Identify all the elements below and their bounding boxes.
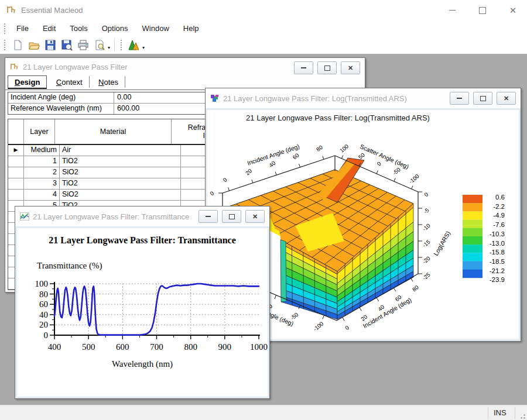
ins-indicator: INS xyxy=(494,408,507,417)
toolbar-grip-2[interactable] xyxy=(120,39,122,51)
cell-layer[interactable]: Medium xyxy=(24,145,60,156)
y-tick-label: 100 xyxy=(35,279,49,288)
tick-label: -10 xyxy=(421,222,432,232)
restore-icon xyxy=(480,96,486,101)
tick-label: -20 xyxy=(421,255,432,265)
close-button[interactable]: ✕ xyxy=(501,1,525,20)
close-icon: ✕ xyxy=(509,6,517,15)
trans-close-button[interactable]: ✕ xyxy=(245,210,265,223)
minimize-button[interactable] xyxy=(440,1,464,20)
cell-material[interactable]: TiO2 xyxy=(60,178,181,190)
open-icon[interactable] xyxy=(26,38,42,52)
tick-label: 80 xyxy=(411,284,420,292)
legend-band xyxy=(463,261,482,270)
legend-value: -15.8 xyxy=(490,249,505,256)
axis-line xyxy=(360,308,362,311)
status-bar: INS xyxy=(0,405,527,420)
notch-wall xyxy=(280,240,286,302)
save-icon[interactable] xyxy=(43,38,58,52)
ars-minimize-button[interactable] xyxy=(450,92,469,105)
close-icon: ✕ xyxy=(504,95,509,102)
new-document-icon[interactable] xyxy=(10,38,25,52)
save-table-icon[interactable] xyxy=(59,38,74,52)
legend-band xyxy=(463,195,482,203)
cell-material[interactable]: SiO2 xyxy=(60,190,181,201)
ars-titlebar[interactable]: 21 Layer Longwave Pass Filter: Log(Trans… xyxy=(206,88,521,108)
legend-value: -23.9 xyxy=(490,276,505,283)
app-icon xyxy=(6,5,17,15)
cell-material[interactable]: Air xyxy=(60,145,181,156)
row-selector[interactable]: ▶ xyxy=(8,145,24,156)
x-tick-label: 1000 xyxy=(250,342,268,352)
legend-band xyxy=(463,270,482,278)
axis-line xyxy=(299,164,300,167)
transmittance-chart: 0204060801004005006007008009001000 xyxy=(17,278,269,358)
design-restore-button[interactable] xyxy=(317,61,337,74)
row-selector[interactable] xyxy=(8,190,24,201)
transmittance-window[interactable]: 21 Layer Longwave Pass Filter: Transmitt… xyxy=(15,206,270,399)
menu-window[interactable]: Window xyxy=(135,22,176,35)
legend-band xyxy=(463,220,482,228)
design-minimize-button[interactable] xyxy=(294,61,313,74)
x-tick-label: 700 xyxy=(150,342,163,352)
row-selector[interactable] xyxy=(8,178,24,190)
design-titlebar[interactable]: 21 Layer Longwave Pass Filter ✕ xyxy=(5,58,365,75)
y-tick-label: 0 xyxy=(44,331,49,340)
plot-tools-caret[interactable]: ▾ xyxy=(142,45,145,50)
x-tick-label: 500 xyxy=(82,342,95,352)
x-axis-label: Wavelength (nm) xyxy=(17,359,268,369)
ars-close-button[interactable]: ✕ xyxy=(497,92,516,105)
status-separator xyxy=(515,407,515,419)
row-selector[interactable] xyxy=(8,167,24,178)
tab-notes[interactable]: Notes xyxy=(92,76,125,88)
axis-line xyxy=(323,315,324,319)
axis-line xyxy=(377,170,378,174)
design-close-button[interactable]: ✕ xyxy=(341,61,360,74)
legend-band xyxy=(463,203,482,211)
axis-line xyxy=(412,186,413,190)
axis-line xyxy=(323,156,324,160)
cell-material[interactable]: SiO2 xyxy=(60,167,181,178)
menu-file[interactable]: File xyxy=(9,22,36,35)
tick-label: -15 xyxy=(421,239,432,249)
print-preview-icon[interactable] xyxy=(92,38,107,52)
ars-restore-button[interactable] xyxy=(473,92,492,105)
design-window-title: 21 Layer Longwave Pass Filter xyxy=(23,63,127,71)
row-selector[interactable] xyxy=(8,156,24,167)
cell-layer[interactable]: 3 xyxy=(24,178,60,190)
tick-label: -100 xyxy=(312,320,325,332)
main-titlebar[interactable]: Essential Macleod ✕ xyxy=(0,0,527,20)
tab-design[interactable]: Design xyxy=(8,75,47,89)
plot-tools-icon[interactable] xyxy=(126,38,142,52)
axis-line xyxy=(393,288,396,291)
minimize-icon xyxy=(206,216,211,217)
print-dropdown-caret[interactable]: ▾ xyxy=(108,45,110,50)
cell-layer[interactable]: 1 xyxy=(24,156,60,167)
toolbar-grip[interactable] xyxy=(4,39,6,51)
tick-label: -25 xyxy=(421,271,432,281)
ars-chart-title: 21 Layer Longwave Pass Filter: Log(Trans… xyxy=(207,113,468,122)
menu-help[interactable]: Help xyxy=(176,22,206,35)
menu-tools[interactable]: Tools xyxy=(63,22,94,35)
menubar-grip[interactable] xyxy=(4,23,6,35)
resize-grip[interactable] xyxy=(518,412,526,419)
cell-layer[interactable]: 4 xyxy=(24,190,60,201)
menu-options[interactable]: Options xyxy=(95,22,135,35)
trans-minimize-button[interactable] xyxy=(199,210,218,223)
menu-edit[interactable]: Edit xyxy=(36,22,63,35)
tab-context[interactable]: Context xyxy=(50,76,90,88)
log-ars-axis-label: Log(ARS) xyxy=(432,230,451,257)
minimize-icon xyxy=(457,98,462,99)
transmittance-titlebar[interactable]: 21 Layer Longwave Pass Filter: Transmitt… xyxy=(15,206,269,226)
cell-material[interactable]: TiO2 xyxy=(60,156,181,167)
minimize-icon xyxy=(449,10,456,11)
legend-value: -4.9 xyxy=(493,212,505,219)
tick-label: 0 xyxy=(222,176,228,183)
trans-restore-button[interactable] xyxy=(222,210,241,223)
transmittance-curve xyxy=(54,284,259,335)
print-icon[interactable] xyxy=(76,38,91,52)
maximize-button[interactable] xyxy=(471,1,494,20)
axis-line xyxy=(228,187,230,191)
tick-label: 40 xyxy=(268,160,276,168)
cell-layer[interactable]: 2 xyxy=(24,167,60,178)
